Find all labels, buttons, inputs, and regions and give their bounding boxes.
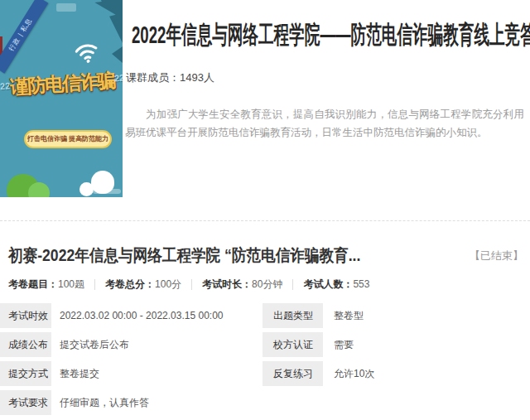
detail-value-submit-mode: 整卷提交 (51, 361, 263, 386)
banner-corner-tag (56, 3, 76, 12)
stat-total-score-label: 考卷总分： (105, 278, 155, 292)
course-page: 行政 | 私息 22谨防电信诈骗22 打击电信诈骗 提高防范能力 2022年信息… (0, 0, 530, 420)
table-row: 考试要求 仔细审题，认真作答 (0, 390, 530, 415)
stat-question-count-label: 考卷题目： (8, 278, 58, 292)
banner-slogan-pill: 打击电信诈骗 提高防范能力 (24, 130, 112, 148)
stat-total-score-value: 100分 (155, 278, 181, 292)
stat-question-count-value: 100题 (58, 278, 84, 292)
stat-participants-label: 考试人数： (303, 278, 353, 292)
detail-label-exam-period: 考试时效 (0, 303, 51, 328)
stat-participants-value: 553 (353, 278, 369, 290)
detail-label-score-release: 成绩公布 (0, 332, 51, 357)
detail-label-question-type: 出题类型 (263, 303, 323, 328)
banner-headline: 22谨防电信诈骗22 (0, 67, 123, 101)
detail-value-exam-period: 2022.03.02 00:00 - 2022.03.15 00:00 (51, 303, 263, 328)
detail-value-score-release: 提交试卷后公布 (51, 332, 263, 357)
watermark-blur (93, 189, 121, 194)
table-row: 考试时效 2022.03.02 00:00 - 2022.03.15 00:00… (0, 303, 530, 328)
detail-value-retry: 允许10次 (323, 361, 530, 386)
course-description: 为加强广大学生安全教育意识，提高自我识别能力，信息与网络工程学院充分利用易班优课… (125, 105, 524, 142)
course-header: 2022年信息与网络工程学院——防范电信诈骗教育线上竞答 课群成员：1493人 … (125, 0, 524, 142)
stat-divider (191, 279, 192, 290)
exam-status-badge: 【已结束】 (470, 249, 523, 263)
detail-label-school-verify: 校方认证 (263, 332, 323, 357)
banner-ribbon: 行政 | 私息 (0, 0, 48, 74)
stat-duration-label: 考试时长： (202, 278, 252, 292)
lightning-decoration-small-icon (112, 46, 123, 63)
stat-duration-value: 80分钟 (252, 278, 282, 292)
bush-decoration-small (28, 182, 50, 197)
detail-label-requirements: 考试要求 (0, 390, 51, 415)
table-row: 成绩公布 提交试卷后公布 校方认证 需要 (0, 332, 530, 357)
stat-divider (292, 279, 293, 290)
course-members-count: 课群成员：1493人 (126, 70, 524, 85)
banner-deco-right: 22 (114, 73, 123, 84)
banner-headline-text: 谨防电信诈骗 (9, 70, 115, 99)
exam-stats-row: 考卷题目：100题 考卷总分：100分 考试时长：80分钟 考试人数：553 (8, 278, 530, 291)
detail-label-retry: 反复练习 (263, 361, 323, 386)
lightning-decoration-icon (88, 0, 123, 43)
course-cover-banner: 行政 | 私息 22谨防电信诈骗22 打击电信诈骗 提高防范能力 (0, 0, 123, 197)
detail-value-requirements: 仔细审题，认真作答 (51, 390, 530, 415)
cloud-decoration-small (80, 182, 94, 196)
detail-value-school-verify: 需要 (323, 332, 530, 357)
wifi-icon (73, 40, 102, 69)
exam-title-link[interactable]: 初赛-2022年信息与网络工程学院 “防范电信诈骗教育... (8, 244, 360, 267)
exam-details-table: 考试时效 2022.03.02 00:00 - 2022.03.15 00:00… (0, 303, 530, 415)
table-row: 提交方式 整卷提交 反复练习 允许10次 (0, 361, 530, 386)
detail-value-question-type: 整卷型 (323, 303, 530, 328)
detail-label-submit-mode: 提交方式 (0, 361, 51, 386)
exam-card: 初赛-2022年信息与网络工程学院 “防范电信诈骗教育... 【已结束】 考卷题… (0, 234, 530, 419)
stat-divider (94, 279, 95, 290)
exam-header-row: 初赛-2022年信息与网络工程学院 “防范电信诈骗教育... 【已结束】 (0, 234, 530, 269)
course-title: 2022年信息与网络工程学院——防范电信诈骗教育线上竞答 (132, 18, 375, 52)
section-divider (0, 220, 530, 221)
